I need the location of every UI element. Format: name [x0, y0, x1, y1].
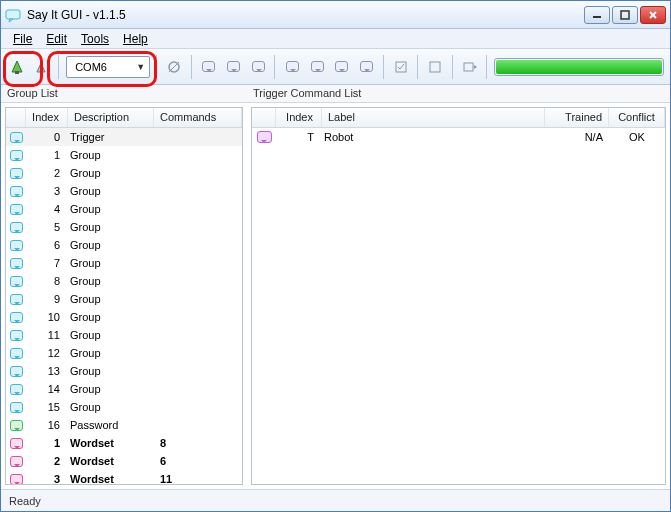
row-icon — [6, 186, 26, 197]
menu-file[interactable]: File — [7, 30, 38, 48]
table-row[interactable]: 7Group — [6, 254, 242, 272]
row-icon — [6, 222, 26, 233]
svg-rect-10 — [464, 63, 473, 71]
row-description: Group — [68, 347, 154, 359]
table-row[interactable]: 0Trigger — [6, 128, 242, 146]
row-icon — [6, 456, 26, 467]
row-icon — [6, 420, 26, 431]
speech-bubble-icon — [10, 240, 23, 251]
tool-btn-8[interactable] — [356, 55, 377, 79]
table-row[interactable]: 6Group — [6, 236, 242, 254]
row-index: 16 — [26, 419, 68, 431]
table-row[interactable]: 3Wordset11 — [6, 470, 242, 484]
menu-help[interactable]: Help — [117, 30, 154, 48]
row-icon — [6, 204, 26, 215]
row-index: 15 — [26, 401, 68, 413]
tool-btn-7[interactable] — [332, 55, 353, 79]
table-row[interactable]: 1Wordset8 — [6, 434, 242, 452]
panel-headers: Group List Trigger Command List — [1, 85, 670, 103]
table-row[interactable]: 14Group — [6, 380, 242, 398]
col-icon[interactable] — [252, 108, 276, 127]
tool-btn-5[interactable] — [282, 55, 303, 79]
row-index: 3 — [26, 473, 68, 484]
tool-btn-9[interactable] — [391, 55, 412, 79]
table-row[interactable]: 3Group — [6, 182, 242, 200]
tool-btn-10[interactable] — [425, 55, 446, 79]
table-row[interactable]: 1Group — [6, 146, 242, 164]
row-icon — [6, 384, 26, 395]
table-row[interactable]: 8Group — [6, 272, 242, 290]
toolbar-separator — [417, 55, 419, 79]
row-description: Group — [68, 311, 154, 323]
col-icon[interactable] — [6, 108, 26, 127]
table-row[interactable]: 11Group — [6, 326, 242, 344]
close-button[interactable] — [640, 6, 666, 24]
table-row[interactable]: 16Password — [6, 416, 242, 434]
row-description: Group — [68, 329, 154, 341]
tool-btn-1[interactable] — [164, 55, 185, 79]
connect-button[interactable] — [7, 55, 28, 79]
row-description: Group — [68, 275, 154, 287]
menu-tools[interactable]: Tools — [75, 30, 115, 48]
tool-btn-4[interactable] — [248, 55, 269, 79]
table-row[interactable]: 2Group — [6, 164, 242, 182]
col-commands[interactable]: Commands — [154, 108, 242, 127]
col-index[interactable]: Index — [26, 108, 68, 127]
speech-bubble-icon — [10, 294, 23, 305]
group-list-pane: Index Description Commands 0Trigger1Grou… — [5, 107, 243, 485]
disconnect-button[interactable] — [32, 55, 53, 79]
toolbar-separator — [274, 55, 276, 79]
speech-bubble-icon — [10, 150, 23, 161]
speech-bubble-icon — [10, 222, 23, 233]
table-row[interactable]: 15Group — [6, 398, 242, 416]
col-trained[interactable]: Trained — [545, 108, 609, 127]
table-row[interactable]: 5Group — [6, 218, 242, 236]
tool-btn-2[interactable] — [198, 55, 219, 79]
speech-bubble-icon — [10, 348, 23, 359]
tool-btn-3[interactable] — [223, 55, 244, 79]
col-index[interactable]: Index — [276, 108, 322, 127]
toolbar-separator — [156, 55, 158, 79]
col-label[interactable]: Label — [322, 108, 545, 127]
row-label: Robot — [322, 131, 545, 143]
maximize-button[interactable] — [612, 6, 638, 24]
toolbar-separator — [486, 55, 488, 79]
table-row[interactable]: 10Group — [6, 308, 242, 326]
row-icon — [6, 132, 26, 143]
row-description: Group — [68, 167, 154, 179]
row-description: Password — [68, 419, 154, 431]
tool-btn-11[interactable] — [460, 55, 481, 79]
row-commands: 8 — [154, 437, 242, 449]
speech-bubble-icon — [257, 131, 272, 143]
toolbar-separator — [58, 55, 60, 79]
table-row[interactable]: 4Group — [6, 200, 242, 218]
port-value: COM6 — [75, 61, 107, 73]
table-row[interactable]: 13Group — [6, 362, 242, 380]
row-index: 2 — [26, 455, 68, 467]
port-select[interactable]: COM6 ▼ — [66, 56, 150, 78]
row-icon — [252, 131, 276, 143]
minimize-button[interactable] — [584, 6, 610, 24]
row-index: 5 — [26, 221, 68, 233]
speech-bubble-icon — [10, 132, 23, 143]
menu-bar: File Edit Tools Help — [1, 29, 670, 49]
status-bar: Ready — [1, 489, 670, 511]
table-row[interactable]: TRobotN/AOK — [252, 128, 665, 146]
menu-edit[interactable]: Edit — [40, 30, 73, 48]
speech-bubble-icon — [10, 330, 23, 341]
row-index: 2 — [26, 167, 68, 179]
table-row[interactable]: 2Wordset6 — [6, 452, 242, 470]
col-conflict[interactable]: Conflict — [609, 108, 665, 127]
col-description[interactable]: Description — [68, 108, 154, 127]
speech-bubble-icon — [10, 204, 23, 215]
tool-btn-6[interactable] — [307, 55, 328, 79]
app-icon — [5, 7, 21, 23]
speech-bubble-icon — [10, 438, 23, 449]
row-index: 12 — [26, 347, 68, 359]
row-icon — [6, 366, 26, 377]
table-row[interactable]: 12Group — [6, 344, 242, 362]
row-description: Group — [68, 203, 154, 215]
row-icon — [6, 330, 26, 341]
group-list-title: Group List — [1, 85, 247, 102]
table-row[interactable]: 9Group — [6, 290, 242, 308]
